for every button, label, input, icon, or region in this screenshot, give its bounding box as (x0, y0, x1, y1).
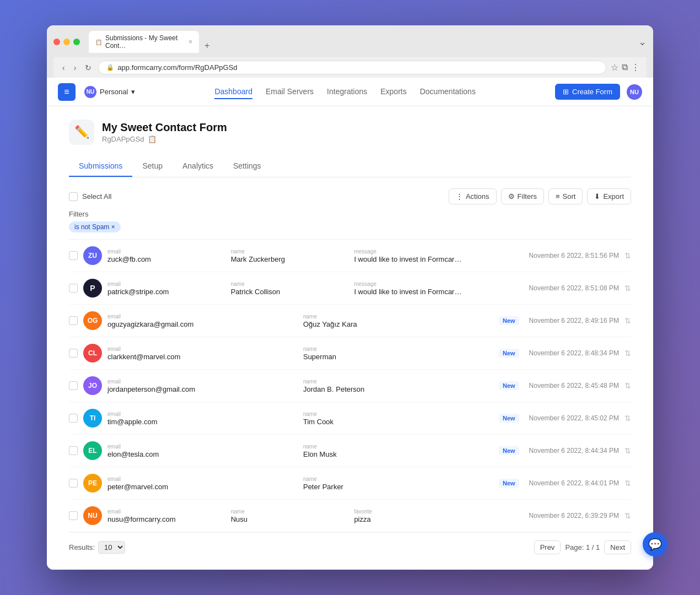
email-value: jordanpeterson@gmail.com (107, 385, 298, 393)
nav-right: ⊞ Create Form NU (555, 84, 642, 100)
row-checkbox[interactable] (69, 446, 78, 455)
name-value: Nusu (231, 515, 349, 523)
traffic-lights (53, 39, 80, 45)
row-checkbox[interactable] (69, 479, 78, 488)
menu-icon[interactable]: ⋮ (631, 62, 640, 73)
copy-id-button[interactable]: 📋 (148, 135, 157, 143)
form-icon: ✏️ (69, 120, 94, 145)
row-checkbox[interactable] (69, 284, 78, 293)
row-expand-button[interactable]: ⇅ (624, 414, 631, 423)
prev-page-button[interactable]: Prev (534, 540, 561, 554)
row-name-field: nameMark Zuckerberg (231, 248, 349, 263)
row-email-field: emailoguzyagizkara@gmail.com (107, 313, 298, 328)
nav-link-documentations[interactable]: Documentations (420, 85, 476, 99)
row-email-field: emailnusu@formcarry.com (107, 509, 225, 523)
tab-setup[interactable]: Setup (132, 156, 173, 177)
tab-submissions[interactable]: Submissions (69, 156, 132, 177)
nav-link-dashboard[interactable]: Dashboard (214, 85, 252, 99)
active-tab[interactable]: 📋 Submissions - My Sweet Cont… × (89, 31, 199, 53)
select-all-checkbox[interactable] (69, 192, 78, 201)
row-name-field: nameTim Cook (303, 411, 493, 426)
row-expand-button[interactable]: ⇅ (624, 251, 631, 260)
active-filter-tag[interactable]: is not Spam × (69, 221, 121, 232)
reload-button[interactable]: ↻ (83, 62, 94, 73)
select-all-label: Select All (82, 192, 111, 201)
row-name-field: nameOğuz Yağız Kara (303, 313, 493, 328)
submission-row[interactable]: ELemailelon@tesla.comnameElon MuskNewNov… (69, 435, 631, 467)
row-email-field: emailzuck@fb.com (107, 248, 225, 263)
row-expand-button[interactable]: ⇅ (624, 316, 631, 325)
extension-icon[interactable]: ⧉ (622, 62, 628, 73)
row-checkbox[interactable] (69, 251, 78, 260)
workspace-selector[interactable]: NU Personal ▾ (84, 86, 135, 98)
tab-close-button[interactable]: × (189, 38, 192, 46)
results-per-page-select[interactable]: 10 25 50 (98, 541, 125, 554)
tab-favicon: 📋 (95, 39, 102, 45)
nav-link-integrations[interactable]: Integrations (327, 85, 367, 99)
row-checkbox[interactable] (69, 511, 78, 520)
address-bar[interactable]: 🔒 app.formcarry.com/form/RgDAPpGSd (98, 61, 606, 74)
submission-row[interactable]: Pemailpatrick@stripe.comnamePatrick Coll… (69, 272, 631, 305)
tab-settings[interactable]: Settings (223, 156, 271, 177)
message-value: I would like to invest in Formcar… (354, 288, 519, 296)
email-value: oguzyagizkara@gmail.com (107, 320, 298, 328)
row-name-field: namePeter Parker (303, 476, 493, 491)
row-checkbox[interactable] (69, 414, 78, 423)
row-name-field: nameJordan B. Peterson (303, 378, 493, 393)
row-expand-button[interactable]: ⇅ (624, 479, 631, 488)
form-info: My Sweet Contact Form RgDAPpGSd 📋 (102, 121, 227, 143)
forward-button[interactable]: › (72, 62, 79, 73)
user-avatar[interactable]: NU (627, 84, 642, 100)
nav-link-exports[interactable]: Exports (380, 85, 406, 99)
submission-row[interactable]: NUemailnusu@formcarry.comnameNusufavorit… (69, 500, 631, 532)
next-page-button[interactable]: Next (604, 540, 631, 554)
back-button[interactable]: ‹ (60, 62, 67, 73)
row-expand-button[interactable]: ⇅ (624, 381, 631, 390)
submission-row[interactable]: ZUemailzuck@fb.comnameMark Zuckerbergmes… (69, 240, 631, 272)
row-email-field: emailpatrick@stripe.com (107, 281, 225, 296)
new-tab-button[interactable]: + (200, 39, 214, 53)
email-label: email (107, 509, 225, 515)
name-label: name (231, 509, 349, 515)
submission-row[interactable]: PEemailpeter@marvel.comnamePeter ParkerN… (69, 467, 631, 500)
row-expand-button[interactable]: ⇅ (624, 446, 631, 455)
workspace-initials: NU (87, 89, 94, 95)
name-label: name (303, 378, 493, 385)
row-avatar: JO (83, 376, 102, 395)
filters-button[interactable]: ⚙ Filters (501, 188, 544, 204)
browser-menu-button[interactable]: ⌄ (638, 36, 647, 48)
row-timestamp: November 6 2022, 8:51:56 PM (529, 252, 619, 259)
row-timestamp: November 6 2022, 8:44:01 PM (529, 479, 619, 487)
close-window-button[interactable] (53, 39, 60, 45)
row-checkbox[interactable] (69, 381, 78, 390)
sort-button[interactable]: ≡ Sort (548, 188, 583, 204)
row-checkbox[interactable] (69, 349, 78, 358)
row-avatar: OG (83, 311, 102, 330)
browser-controls: 📋 Submissions - My Sweet Cont… × + ⌄ (53, 31, 647, 53)
submission-row[interactable]: OGemailoguzyagizkara@gmail.comnameOğuz Y… (69, 305, 631, 337)
submission-row[interactable]: CLemailclarkkent@marvel.comnameSupermanN… (69, 337, 631, 370)
maximize-window-button[interactable] (73, 39, 80, 45)
row-expand-button[interactable]: ⇅ (624, 349, 631, 358)
export-button[interactable]: ⬇ Export (587, 188, 631, 204)
row-expand-button[interactable]: ⇅ (624, 284, 631, 293)
pagination-controls: Prev Page: 1 / 1 Next (534, 540, 631, 554)
actions-icon: ⋮ (456, 192, 463, 201)
row-name-field: nameElon Musk (303, 443, 493, 458)
submission-row[interactable]: JOemailjordanpeterson@gmail.comnameJorda… (69, 370, 631, 402)
actions-button[interactable]: ⋮ Actions (449, 188, 497, 204)
bookmark-icon[interactable]: ☆ (611, 62, 618, 73)
name-value: Elon Musk (303, 450, 493, 458)
row-checkbox[interactable] (69, 316, 78, 325)
chat-button[interactable]: 💬 (643, 532, 667, 556)
row-expand-button[interactable]: ⇅ (624, 511, 631, 520)
tab-analytics[interactable]: Analytics (173, 156, 223, 177)
create-form-button[interactable]: ⊞ Create Form (555, 84, 620, 100)
new-badge: New (499, 381, 519, 390)
submission-row[interactable]: TIemailtim@apple.comnameTim CookNewNovem… (69, 402, 631, 435)
name-value: Oğuz Yağız Kara (303, 320, 493, 328)
nav-link-email-servers[interactable]: Email Servers (266, 85, 314, 99)
email-label: email (107, 443, 298, 450)
row-email-field: emailclarkkent@marvel.com (107, 346, 298, 361)
minimize-window-button[interactable] (63, 39, 70, 45)
